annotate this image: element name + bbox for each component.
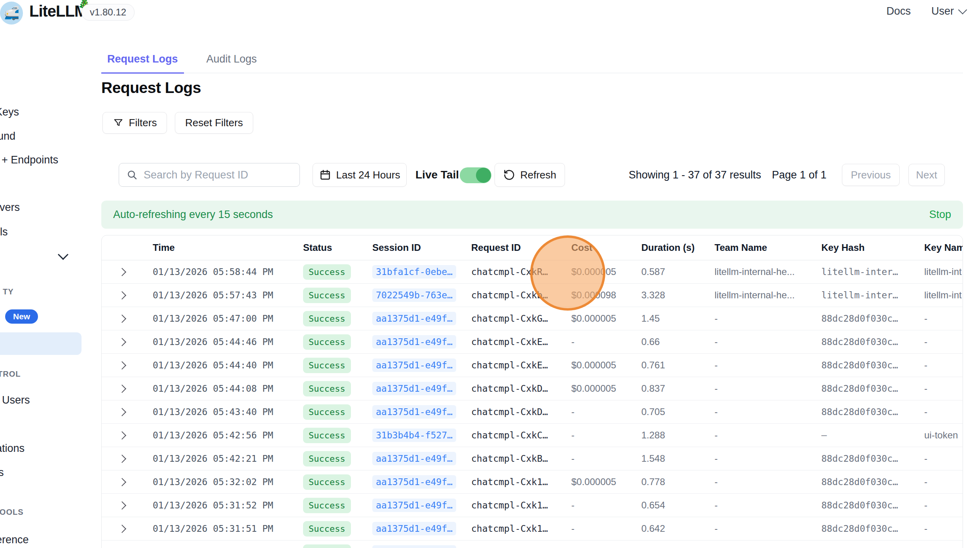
time-range-button[interactable]: Last 24 Hours: [313, 163, 407, 187]
refresh-button[interactable]: Refresh: [495, 163, 565, 187]
table-row[interactable]: 01/13/2026 05:44:40 PMSuccessaa1375d1-e4…: [102, 354, 963, 377]
live-tail-toggle[interactable]: [460, 167, 491, 183]
sidebar-item-users[interactable]: Users: [2, 394, 30, 406]
session-id-link[interactable]: aa1375d1-e49f…: [372, 312, 456, 325]
reset-filters-button[interactable]: Reset Filters: [175, 112, 253, 134]
table-row[interactable]: 01/13/2026 05:31:38 PMSuccessaa1375d1-e4…: [102, 540, 963, 548]
tab-request-logs[interactable]: Request Logs: [101, 53, 184, 74]
cell-key-hash: litellm-inter…: [814, 267, 917, 277]
session-id-link[interactable]: 31bfa1cf-0ebe…: [372, 265, 456, 279]
previous-page-button[interactable]: Previous: [842, 164, 900, 186]
session-id-link[interactable]: 31b3b4b4-f527…: [372, 429, 456, 442]
cell-session-id: aa1375d1-e49f…: [365, 358, 464, 372]
expand-row-button[interactable]: [102, 406, 145, 417]
session-id-link[interactable]: aa1375d1-e49f…: [372, 405, 456, 419]
sidebar-item-api-reference[interactable]: erence: [0, 533, 29, 546]
session-id-link[interactable]: aa1375d1-e49f…: [372, 499, 456, 512]
top-bar: 🚅 LiteLLM 🎄 v1.80.12 Docs User: [0, 0, 980, 22]
table-header-row: TimeStatusSession IDRequest IDCostDurati…: [102, 235, 963, 260]
status-badge: Success: [303, 264, 351, 280]
sidebar-collapse-chevron-icon[interactable]: [58, 249, 68, 260]
session-id-link[interactable]: 7022549b-763e…: [372, 288, 456, 302]
expand-row-button[interactable]: [102, 313, 145, 324]
status-badge: Success: [303, 521, 351, 537]
session-id-link[interactable]: aa1375d1-e49f…: [372, 475, 456, 489]
expand-row-button[interactable]: [102, 383, 145, 394]
sidebar-item-keys[interactable]: Keys: [0, 106, 19, 118]
cell-session-id: aa1375d1-e49f…: [365, 452, 464, 465]
cell-duration: 0.647: [634, 546, 707, 548]
cell-key-hash: 88dc28d0f030c…: [814, 523, 917, 534]
cell-key-hash: 88dc28d0f030c…: [814, 453, 917, 464]
table-row[interactable]: 01/13/2026 05:44:08 PMSuccessaa1375d1-e4…: [102, 377, 963, 400]
expand-row-button[interactable]: [102, 546, 145, 548]
cell-key-hash: 88dc28d0f030c…: [814, 477, 917, 487]
cell-request-id: chatcmpl-Cxkb…: [464, 290, 564, 300]
search-input[interactable]: [143, 169, 292, 182]
cell-status: Success: [296, 264, 365, 280]
table-row[interactable]: 01/13/2026 05:58:44 PMSuccess31bfa1cf-0e…: [102, 260, 963, 284]
cell-cost: -: [564, 453, 634, 464]
status-badge: Success: [303, 451, 351, 466]
live-tail-label: Live Tail: [415, 169, 459, 181]
session-id-link[interactable]: aa1375d1-e49f…: [372, 382, 456, 395]
table-row[interactable]: 01/13/2026 05:42:56 PMSuccess31b3b4b4-f5…: [102, 424, 963, 447]
tab-audit-logs[interactable]: Audit Logs: [201, 53, 263, 73]
status-badge: Success: [303, 334, 351, 350]
cell-session-id: 7022549b-763e…: [365, 288, 464, 302]
cell-team-name: litellm-internal-he...: [707, 290, 814, 301]
next-page-button[interactable]: Next: [908, 164, 945, 186]
table-row[interactable]: 01/13/2026 05:47:00 PMSuccessaa1375d1-e4…: [102, 307, 963, 330]
sidebar-item-organizations[interactable]: ations: [0, 442, 25, 455]
session-id-link[interactable]: aa1375d1-e49f…: [372, 358, 456, 372]
sidebar-active-item-highlight[interactable]: [0, 332, 82, 355]
chevron-down-icon: [958, 5, 967, 14]
page-info: Page 1 of 1: [772, 169, 826, 181]
cell-duration: 1.288: [634, 430, 707, 441]
session-id-link[interactable]: aa1375d1-e49f…: [372, 335, 456, 349]
cell-session-id: aa1375d1-e49f…: [365, 335, 464, 349]
cell-request-id: chatcmpl-CxkE…: [464, 337, 564, 347]
table-row[interactable]: 01/13/2026 05:44:46 PMSuccessaa1375d1-e4…: [102, 330, 963, 354]
filters-button[interactable]: Filters: [102, 112, 167, 134]
cell-key-name: -: [917, 360, 963, 371]
sidebar-item-guardrails[interactable]: ils: [0, 226, 8, 238]
expand-row-button[interactable]: [102, 266, 145, 277]
cell-key-hash: 88dc28d0f030c…: [814, 337, 917, 347]
expand-row-button[interactable]: [102, 336, 145, 347]
col-header-team-name: Team Name: [707, 242, 814, 253]
expand-row-button[interactable]: [102, 430, 145, 441]
expand-row-button[interactable]: [102, 290, 145, 301]
chevron-right-icon: [118, 478, 126, 486]
cell-cost: $0.000005: [564, 266, 634, 277]
sidebar-item-servers[interactable]: rvers: [0, 201, 20, 214]
table-row[interactable]: 01/13/2026 05:57:43 PMSuccess7022549b-76…: [102, 284, 963, 307]
cell-status: Success: [296, 498, 365, 513]
expand-row-button[interactable]: [102, 453, 145, 464]
expand-row-button[interactable]: [102, 360, 145, 371]
chevron-right-icon: [118, 408, 126, 416]
expand-row-button[interactable]: [102, 500, 145, 511]
session-id-link[interactable]: aa1375d1-e49f…: [372, 452, 456, 465]
sidebar-item-playground[interactable]: und: [0, 130, 15, 142]
search-box[interactable]: [119, 163, 300, 187]
table-row[interactable]: 01/13/2026 05:43:40 PMSuccessaa1375d1-e4…: [102, 400, 963, 424]
sidebar-item-teams[interactable]: s: [0, 466, 4, 479]
col-header-time: Time: [145, 242, 296, 253]
expand-row-button[interactable]: [102, 476, 145, 487]
table-row[interactable]: 01/13/2026 05:31:52 PMSuccessaa1375d1-e4…: [102, 494, 963, 517]
session-id-link[interactable]: aa1375d1-e49f…: [372, 522, 456, 535]
user-menu[interactable]: User: [931, 5, 966, 17]
cell-time: 01/13/2026 05:44:40 PM: [145, 360, 296, 370]
cell-request-id: chatcmpl-CxkE…: [464, 360, 564, 370]
expand-row-button[interactable]: [102, 523, 145, 534]
table-row[interactable]: 01/13/2026 05:32:02 PMSuccessaa1375d1-e4…: [102, 470, 963, 494]
session-id-link[interactable]: aa1375d1-e49f…: [372, 545, 456, 548]
stop-auto-refresh-button[interactable]: Stop: [929, 209, 951, 221]
table-row[interactable]: 01/13/2026 05:42:21 PMSuccessaa1375d1-e4…: [102, 447, 963, 470]
table-row[interactable]: 01/13/2026 05:31:51 PMSuccessaa1375d1-e4…: [102, 517, 963, 540]
cell-session-id: aa1375d1-e49f…: [365, 312, 464, 325]
sidebar-item-models-endpoints[interactable]: + Endpoints: [2, 154, 58, 166]
docs-link[interactable]: Docs: [886, 5, 911, 17]
version-badge: v1.80.12: [82, 4, 135, 21]
